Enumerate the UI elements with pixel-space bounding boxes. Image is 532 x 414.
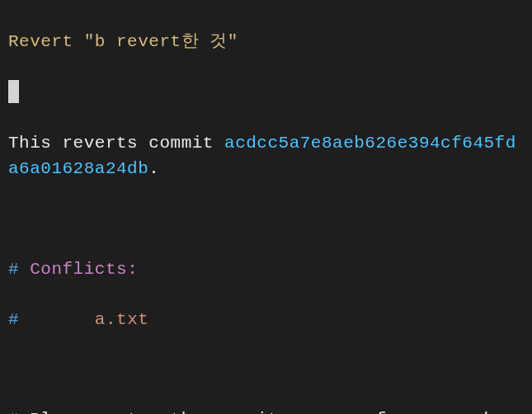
conflict-file: a.txt	[95, 310, 149, 329]
comment-hash: #	[8, 260, 19, 279]
instruction-text: Please enter the commit message for your…	[8, 410, 516, 414]
cursor-line[interactable]	[8, 80, 524, 106]
conflict-file-prefix	[19, 310, 95, 329]
commit-subject: Revert "b revert한 것"	[8, 32, 238, 51]
conflicts-file-line[interactable]: # a.txt	[8, 308, 524, 332]
comment-hash: #	[8, 410, 19, 414]
instruction-line-1[interactable]: # Please enter the commit message for yo…	[8, 407, 524, 414]
conflicts-label: Conflicts:	[19, 260, 138, 279]
text-cursor	[8, 80, 19, 102]
comment-hash: #	[8, 310, 19, 329]
commit-message-editor[interactable]: Revert "b revert한 것" This reverts commit…	[8, 5, 524, 414]
reverts-line[interactable]: This reverts commit acdcc5a7e8aeb626e394…	[8, 131, 524, 181]
blank-line[interactable]	[8, 357, 524, 382]
reverts-suffix: .	[148, 159, 159, 178]
reverts-prefix: This reverts commit	[8, 134, 224, 153]
blank-line[interactable]	[8, 207, 524, 232]
conflicts-header-line[interactable]: # Conflicts:	[8, 257, 524, 282]
commit-subject-line[interactable]: Revert "b revert한 것"	[8, 30, 524, 54]
